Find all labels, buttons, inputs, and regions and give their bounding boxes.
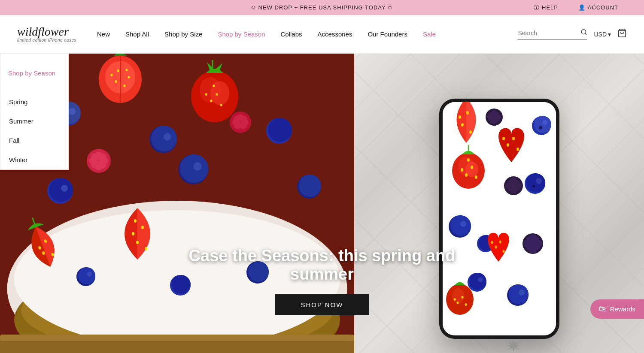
currency-label: USD [594, 31, 607, 38]
svg-point-108 [492, 119, 497, 124]
svg-point-146 [535, 240, 542, 247]
svg-point-75 [132, 232, 134, 235]
svg-point-145 [529, 234, 536, 241]
svg-point-21 [117, 69, 119, 72]
svg-point-127 [510, 178, 516, 184]
svg-point-91 [469, 130, 472, 134]
nav-item-new[interactable]: New [89, 15, 118, 54]
nav-item-shop-by-season[interactable]: Shop by Season [210, 15, 273, 54]
svg-point-76 [145, 247, 147, 250]
svg-point-59 [95, 163, 102, 170]
shop-now-button[interactable]: SHOP NOW [275, 294, 369, 315]
nav-item-our-founders[interactable]: Our Founders [360, 15, 415, 54]
nav-item-accessories[interactable]: Accessories [310, 15, 360, 54]
currency-selector[interactable]: USD ▾ [594, 31, 611, 38]
svg-point-97 [534, 116, 551, 133]
nav-item-shop-by-size[interactable]: Shop by Size [157, 15, 210, 54]
svg-point-32 [213, 84, 215, 87]
svg-point-133 [460, 221, 466, 227]
svg-point-19 [115, 80, 117, 83]
svg-point-107 [487, 115, 492, 120]
nav-item-shop-all[interactable]: Shop All [118, 15, 157, 54]
watermark [505, 337, 522, 353]
svg-point-77 [134, 219, 137, 223]
svg-point-130 [510, 188, 516, 194]
svg-point-22 [124, 84, 126, 87]
svg-point-50 [299, 175, 321, 197]
announcement-text: ✩ NEW DROP + FREE USA SHIPPING TODAY ✩ [251, 4, 393, 11]
svg-point-24 [126, 69, 128, 71]
svg-point-114 [461, 168, 463, 172]
hero-title: Case the Seasons: this spring and summer [172, 247, 472, 284]
dropdown-item-winter[interactable]: Winter [0, 150, 68, 169]
svg-point-119 [526, 173, 545, 192]
search-icon [580, 29, 587, 36]
account-link[interactable]: 👤 ACCOUNT [578, 4, 618, 11]
svg-point-121 [532, 185, 535, 187]
svg-point-58 [89, 157, 96, 164]
svg-point-129 [505, 183, 511, 189]
svg-point-90 [459, 115, 461, 119]
rewards-icon: 🛍 [599, 305, 607, 314]
header-right: USD ▾ [518, 28, 627, 40]
logo[interactable]: wildflower limited edition iPhone cases [17, 26, 76, 42]
svg-point-95 [502, 137, 505, 140]
svg-line-1 [586, 33, 587, 35]
account-label: ACCOUNT [588, 4, 618, 11]
svg-point-93 [512, 137, 515, 140]
hero-text: Case the Seasons: this spring and summer… [172, 247, 472, 315]
announcement-bar: ✩ NEW DROP + FREE USA SHIPPING TODAY ✩ ⓘ… [0, 0, 644, 15]
svg-point-36 [69, 108, 76, 115]
svg-point-30 [220, 104, 222, 106]
cart-icon [617, 28, 627, 38]
wildflower-logo-icon [505, 337, 522, 353]
dropdown-item-fall[interactable]: Fall [0, 131, 68, 150]
rewards-button[interactable]: 🛍 Rewards [590, 299, 644, 319]
svg-point-94 [516, 148, 519, 151]
dropdown-item-summer[interactable]: Summer [0, 112, 68, 131]
help-icon: ⓘ [534, 4, 540, 12]
svg-point-139 [491, 241, 493, 244]
svg-point-151 [478, 277, 483, 282]
svg-point-65 [237, 114, 243, 120]
help-link[interactable]: ⓘ HELP [534, 4, 558, 12]
svg-point-113 [471, 166, 473, 169]
dropdown-item-spring[interactable]: Spring [0, 92, 68, 112]
svg-point-132 [450, 215, 471, 236]
search-input[interactable] [518, 30, 578, 36]
main-nav: New Shop All Shop by Size Shop by Season… [89, 15, 518, 54]
svg-point-128 [516, 183, 522, 189]
svg-point-98 [542, 120, 547, 125]
svg-point-89 [466, 111, 469, 115]
svg-rect-86 [0, 335, 354, 341]
svg-point-116 [467, 158, 470, 162]
nav-item-collabs[interactable]: Collabs [273, 15, 310, 54]
nav-item-sale[interactable]: Sale [415, 15, 444, 54]
svg-point-112 [465, 173, 468, 177]
cart-button[interactable] [617, 28, 627, 40]
search-button[interactable] [580, 29, 587, 37]
svg-point-28 [210, 100, 213, 102]
svg-point-46 [193, 162, 202, 171]
svg-point-20 [111, 74, 113, 76]
svg-point-31 [205, 93, 207, 96]
account-icon: 👤 [578, 4, 586, 11]
svg-point-138 [502, 250, 504, 253]
rewards-label: Rewards [610, 305, 635, 313]
svg-point-56 [95, 151, 102, 158]
svg-point-43 [61, 185, 68, 192]
search-area [518, 29, 587, 39]
svg-point-120 [536, 178, 542, 184]
svg-point-153 [509, 284, 529, 304]
svg-point-80 [87, 272, 92, 277]
svg-point-74 [141, 226, 144, 229]
header: wildflower limited edition iPhone cases … [0, 15, 644, 54]
nav-item-shop-by-season[interactable]: Shop by Season [0, 54, 68, 92]
svg-point-27 [210, 81, 229, 105]
logo-tagline: limited edition iPhone cases [17, 38, 76, 42]
help-label: HELP [542, 4, 558, 11]
logo-brand: wildflower [17, 26, 76, 38]
svg-point-40 [164, 133, 171, 141]
svg-point-106 [496, 115, 501, 120]
svg-point-115 [475, 175, 477, 179]
